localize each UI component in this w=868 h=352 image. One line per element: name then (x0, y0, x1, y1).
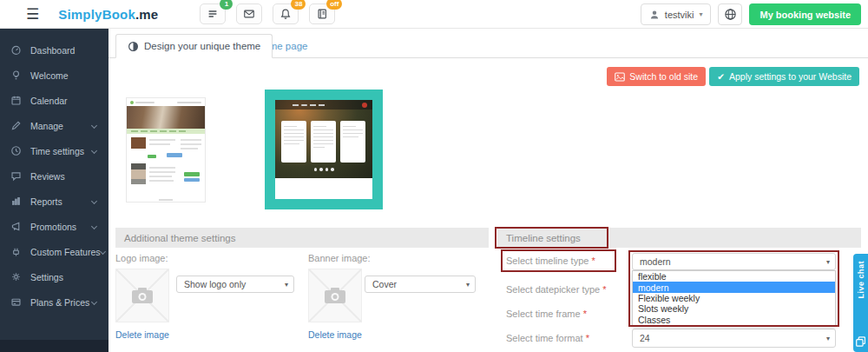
subscription-badge: off (326, 0, 342, 10)
sidebar-item-time-settings[interactable]: Time settings (0, 138, 108, 163)
chevron-down-icon (91, 123, 97, 129)
booking-list-icon (207, 8, 219, 20)
required-asterisk: * (583, 309, 587, 319)
chevron-down-icon (91, 223, 97, 229)
banner-image-label: Banner image: (308, 253, 371, 263)
my-booking-website-button[interactable]: My booking website (749, 3, 861, 25)
required-asterisk: * (586, 333, 589, 343)
menu-icon[interactable]: ☰ (26, 5, 39, 23)
chevron-down-icon (91, 148, 97, 154)
theme-thumbnail-modern-selected[interactable] (265, 90, 383, 209)
theme-thumbnail-classic[interactable] (126, 97, 206, 203)
adjust-icon (128, 41, 139, 52)
sidebar-item-manage[interactable]: Manage (0, 113, 108, 138)
notifications-badge: 38 (291, 0, 306, 10)
user-name: testviki (665, 10, 694, 20)
preview-cards (281, 121, 366, 163)
subscription-button[interactable]: off (309, 3, 335, 24)
timeline-type-label: Select timeline type * (506, 256, 595, 266)
delete-logo-image-link[interactable]: Delete image (115, 329, 169, 340)
bookings-button[interactable]: 1 (200, 3, 226, 24)
mail-icon (243, 8, 255, 20)
preview-body (127, 134, 205, 196)
required-asterisk: * (591, 256, 595, 266)
bookings-badge: 1 (220, 0, 233, 10)
preview-footer (127, 196, 205, 203)
sidebar-item-settings[interactable]: Settings (0, 264, 108, 289)
theme-card (311, 121, 336, 163)
logo-text-secondary: .me (135, 7, 158, 22)
messages-button[interactable] (236, 3, 262, 24)
chevron-down-icon: ▾ (466, 281, 470, 289)
pencil-icon (10, 120, 22, 131)
timeline-settings-header: Timeline settings (497, 228, 861, 248)
sidebar-item-reviews[interactable]: Reviews (0, 163, 108, 189)
live-chat-label: Live chat (857, 261, 865, 299)
option-flexible-weekly[interactable]: Flexible weekly (633, 293, 835, 303)
sidebar-item-calendar[interactable]: Calendar (0, 88, 108, 113)
camera-icon (324, 287, 346, 304)
logo-display-select[interactable]: Show logo only ▾ (176, 276, 294, 293)
sidebar-item-reports[interactable]: Reports (0, 189, 108, 214)
preview-pagination-dots (275, 168, 372, 171)
preview-book-button (301, 104, 307, 106)
gear-icon (10, 271, 22, 282)
required-asterisk: * (602, 284, 606, 295)
sidebar-nav: Dashboard Welcome Calendar Manage Time s… (0, 29, 108, 315)
bell-icon (279, 8, 292, 20)
tab-design-theme[interactable]: Design your unique theme (115, 34, 273, 58)
main-content: Design your unique theme Home page Switc… (108, 29, 868, 352)
option-classes[interactable]: Classes (633, 315, 835, 325)
sidebar-item-welcome[interactable]: Welcome (0, 63, 108, 88)
logo-image-placeholder[interactable] (115, 269, 169, 322)
logo-text-primary: SimplyBook (58, 7, 135, 22)
time-format-label: Select time format * (506, 333, 589, 343)
user-menu[interactable]: testviki ▾ (641, 3, 712, 25)
sidebar-item-plans-prices[interactable]: Plans & Prices (0, 289, 108, 315)
chevron-down-icon: ▾ (826, 258, 830, 266)
option-modern-selected[interactable]: modern (633, 282, 835, 292)
topbar: ☰ SimplyBook.me 1 38 off testviki ▾ My b… (0, 0, 868, 29)
comments-icon (10, 170, 22, 182)
chevron-down-icon (91, 299, 97, 305)
camera-icon (131, 287, 154, 304)
preview-header (127, 98, 205, 106)
preview-logo (362, 103, 367, 108)
chevron-down-icon (99, 249, 105, 255)
language-button[interactable] (718, 3, 742, 25)
action-buttons: Switch to old site ✔ Apply settings to y… (607, 67, 859, 86)
image-icon (615, 72, 625, 82)
apply-settings-button[interactable]: ✔ Apply settings to your Website (709, 67, 859, 86)
preview-navbar (275, 100, 372, 110)
chevron-down-icon: ▾ (826, 335, 830, 342)
option-flexible[interactable]: flexible (633, 271, 835, 282)
live-chat-tab[interactable]: Live chat (853, 254, 868, 352)
preview-hero-image (127, 106, 205, 129)
chat-windows-icon (856, 336, 865, 347)
timeline-type-select[interactable]: modern ▾ (632, 253, 836, 270)
check-icon: ✔ (717, 71, 725, 82)
app-logo[interactable]: SimplyBook.me (58, 7, 158, 22)
delete-banner-image-link[interactable]: Delete image (308, 329, 362, 340)
banner-display-select[interactable]: Cover ▾ (365, 276, 476, 293)
option-slots-weekly[interactable]: Slots weekly (633, 303, 835, 314)
sidebar-item-dashboard[interactable]: Dashboard (0, 37, 108, 63)
banner-image-placeholder[interactable] (308, 269, 362, 322)
theme-card (340, 121, 365, 163)
notifications-button[interactable]: 38 (273, 3, 299, 24)
credit-card-icon (10, 296, 22, 308)
switch-to-old-site-button[interactable]: Switch to old site (607, 67, 706, 86)
chevron-down-icon: ▾ (699, 10, 702, 18)
time-format-select[interactable]: 24 ▾ (632, 329, 836, 348)
logo-image-label: Logo image: (115, 253, 168, 263)
globe-icon (724, 8, 737, 21)
preview-page (275, 100, 372, 199)
sidebar-item-custom-features[interactable]: Custom Features (0, 239, 108, 264)
calendar-icon (10, 95, 22, 106)
time-frame-label: Select time frame * (506, 309, 587, 319)
sidebar-item-promotions[interactable]: Promotions (0, 214, 108, 239)
dashboard-icon (10, 44, 22, 56)
chevron-down-icon: ▾ (285, 281, 288, 289)
notebook-icon (316, 8, 328, 20)
chevron-down-icon (91, 198, 97, 204)
